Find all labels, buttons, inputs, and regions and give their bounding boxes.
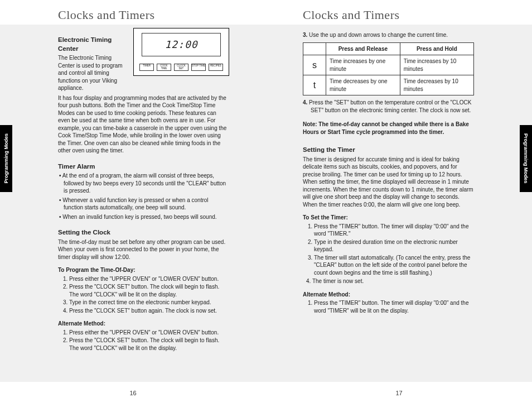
fig-btn-clockset: CLOCK SET — [174, 64, 188, 71]
intro-text: The Electronic Timing Center is used to … — [58, 54, 128, 92]
cell-down-arrow: t — [303, 75, 326, 95]
step-4-timer: 4. The timer is now set. — [306, 277, 474, 285]
bullet: Whenever a valid function key is pressed… — [64, 197, 229, 212]
step: Press the "TIMER" button. The timer will… — [314, 299, 474, 314]
bullet: When an invalid function key is pressed,… — [64, 213, 229, 221]
cell: Time increases by one minute — [326, 55, 400, 75]
step: The timer will start automatically. (To … — [314, 254, 474, 277]
arrow-table: Press and Release Press and Hold s Time … — [303, 42, 474, 96]
step: Press the "CLOCK SET" button. The clock … — [69, 283, 229, 298]
step: Press the "TIMER" button. The timer will… — [314, 223, 474, 238]
heading-setting-timer: Setting the Timer — [303, 146, 474, 155]
step: Press either the "UPPER OVEN" or "LOWER … — [69, 275, 229, 283]
page-title: Clocks and Timers — [58, 7, 155, 23]
page-number: 17 — [266, 389, 532, 397]
page-16: Clocks and Timers Electronic Timing Cent… — [0, 25, 266, 382]
step-4: 4. Press the "SET" button on the tempera… — [303, 99, 474, 114]
cell: Time decreases by one minute — [326, 75, 400, 95]
lcd-display: 12:00 — [142, 33, 221, 56]
bullet: At the end of a program, the alarm will … — [64, 172, 229, 195]
subhead-program-tod: To Program the Time-Of-Day: — [58, 267, 136, 273]
heading-setting-clock: Setting the Clock — [58, 228, 229, 237]
page-number: 16 — [0, 389, 266, 397]
step: Type in the desired duration time on the… — [314, 238, 474, 253]
fig-btn-recipes: RECIPES — [209, 64, 223, 71]
heading-electronic-timing: Electronic Timing Center — [58, 36, 128, 53]
timing-center-figure: 12:00 TIMER COOK TIME CLOCK SET STOP TIM… — [133, 28, 229, 76]
subhead-alt-method: Alternate Method: — [58, 320, 105, 327]
subhead-set-timer: To Set the Timer: — [303, 214, 348, 221]
subhead-alt-method: Alternate Method: — [303, 291, 350, 298]
paragraph: The timer is designed for accurate timin… — [303, 156, 474, 209]
paragraph: The time-of-day must be set before any o… — [58, 238, 229, 261]
page-17: Clocks and Timers 3. Use the up and down… — [266, 25, 532, 382]
step: Type in the correct time on the electron… — [69, 299, 229, 306]
fig-btn-stoptime: STOP TIME — [191, 64, 206, 71]
intro-text-cont: It has four display and programming mode… — [58, 94, 229, 155]
cell-up-arrow: s — [303, 55, 326, 75]
cell: Time decreases by 10 minutes — [400, 75, 473, 95]
step: Press the "CLOCK SET" button again. The … — [69, 307, 229, 315]
th-press-hold: Press and Hold — [400, 42, 473, 55]
th-press-release: Press and Release — [326, 42, 400, 55]
note: Note: The time-of-day cannot be changed … — [303, 121, 469, 135]
step: Press the "CLOCK SET" button. The clock … — [69, 337, 229, 352]
step: Press either the "UPPER OVEN" or "LOWER … — [69, 329, 229, 337]
page-title: Clocks and Timers — [303, 7, 400, 23]
fig-btn-timer: TIMER — [139, 64, 154, 71]
fig-btn-cooktime: COOK TIME — [157, 64, 171, 71]
th-blank — [303, 42, 326, 55]
step-3: 3. Use the up and down arrows to change … — [303, 31, 474, 39]
cell: Time increases by 10 minutes — [400, 55, 473, 75]
heading-timer-alarm: Timer Alarm — [58, 162, 229, 171]
